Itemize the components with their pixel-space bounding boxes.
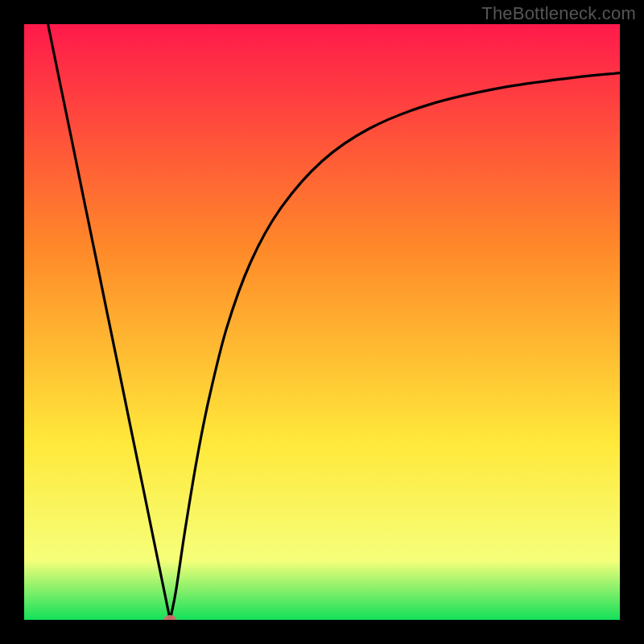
bottleneck-curve-chart <box>24 24 620 620</box>
gradient-background <box>24 24 620 620</box>
chart-frame: TheBottleneck.com <box>0 0 644 644</box>
plot-area <box>24 24 620 620</box>
watermark-text: TheBottleneck.com <box>481 3 636 24</box>
